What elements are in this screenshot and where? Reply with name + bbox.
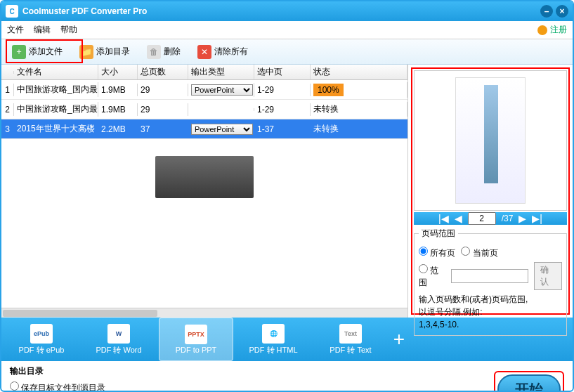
- register-link[interactable]: 注册: [537, 24, 567, 36]
- format-option[interactable]: PPTXPDF to PPT: [159, 318, 233, 361]
- first-page-button[interactable]: |◀: [438, 213, 449, 224]
- cell-name: 中国旅游攻略_国内最: [14, 82, 98, 97]
- format-icon: ePub: [30, 324, 53, 344]
- add-file-icon: ＋: [12, 45, 26, 59]
- range-input[interactable]: [451, 269, 528, 283]
- folder-icon: 📁: [79, 45, 93, 59]
- th-selected[interactable]: 选中页: [254, 65, 311, 79]
- cell-status: 100%: [311, 82, 407, 98]
- format-option[interactable]: WPDF 转 Word: [81, 318, 156, 361]
- clear-all-label: 清除所有: [214, 46, 248, 58]
- cell-pages: 37: [138, 123, 188, 136]
- start-button[interactable]: 开始: [497, 374, 561, 392]
- output-type-select[interactable]: PowerPoint: [191, 124, 253, 135]
- th-status[interactable]: 状态: [311, 65, 407, 79]
- cell-status: 未转换: [311, 122, 407, 136]
- main-area: 文件名 大小 总页数 输出类型 选中页 状态 1中国旅游攻略_国内最1.9MB2…: [1, 65, 573, 318]
- cell-type: [188, 108, 254, 111]
- cell-selected: 1-29: [254, 84, 311, 96]
- output-type-select[interactable]: PowerPoint: [191, 84, 253, 96]
- delete-button[interactable]: 🗑 删除: [141, 41, 187, 63]
- radio-current-page[interactable]: 当前页: [461, 247, 497, 259]
- prev-page-button[interactable]: ◀: [455, 213, 462, 224]
- cell-type: PowerPoint: [188, 122, 254, 136]
- output-settings: 输出目录 保存目标文件到源目录 自定义 浏览 打开: [10, 365, 494, 392]
- bottom-panel: 输出目录 保存目标文件到源目录 自定义 浏览 打开 开始: [1, 361, 573, 392]
- cell-type: PowerPoint: [188, 83, 254, 97]
- add-file-button[interactable]: ＋ 添加文件: [6, 41, 69, 63]
- page-number-input[interactable]: [468, 212, 496, 225]
- format-icon: PPTX: [185, 325, 207, 344]
- preview-image: [455, 77, 526, 204]
- add-folder-label: 添加目录: [96, 46, 130, 58]
- horizontal-scrollbar[interactable]: [1, 308, 407, 318]
- format-option[interactable]: TextPDF 转 Text: [313, 318, 388, 361]
- cell-name: 2015年世界十大高楼: [14, 122, 98, 136]
- add-folder-button[interactable]: 📁 添加目录: [73, 41, 136, 63]
- cell-size: 1.9MB: [98, 84, 138, 96]
- radio-all-pages[interactable]: 所有页: [419, 247, 455, 259]
- th-name[interactable]: 文件名: [14, 65, 98, 79]
- table-row[interactable]: 32015年世界十大高楼2.2MB37PowerPoint1-37未转换: [1, 119, 407, 139]
- radio-save-source[interactable]: 保存目标文件到源目录: [10, 381, 105, 392]
- confirm-button[interactable]: 确认: [534, 262, 562, 290]
- pager: |◀ ◀ /37 ▶ ▶|: [414, 212, 567, 225]
- waveform-thumbnail: [155, 156, 254, 198]
- format-label: PDF 转 Word: [96, 345, 141, 355]
- cell-name: 中国旅游攻略_国内最: [14, 102, 98, 117]
- minimize-button[interactable]: –: [540, 5, 553, 18]
- cell-size: 1.9MB: [98, 103, 138, 116]
- radio-range[interactable]: 范围: [419, 264, 445, 289]
- delete-label: 删除: [164, 46, 181, 58]
- th-type[interactable]: 输出类型: [188, 65, 254, 79]
- app-logo-icon: C: [6, 5, 18, 18]
- add-file-label: 添加文件: [29, 46, 63, 58]
- table-row[interactable]: 1中国旅游攻略_国内最1.9MB29PowerPoint1-29100%: [1, 80, 407, 100]
- register-icon: [537, 25, 547, 35]
- highlight-box-start: 开始: [494, 371, 564, 392]
- cell-pages: 29: [138, 84, 188, 96]
- last-page-button[interactable]: ▶|: [532, 213, 542, 224]
- format-label: PDF 转 ePub: [19, 345, 65, 355]
- add-format-button[interactable]: +: [391, 318, 407, 361]
- table-body: 1中国旅游攻略_国内最1.9MB29PowerPoint1-29100%2中国旅…: [1, 80, 407, 139]
- clear-icon: ✕: [197, 45, 211, 59]
- th-size[interactable]: 大小: [98, 65, 138, 79]
- page-range-legend: 页码范围: [419, 228, 458, 240]
- window-title: Coolmuster PDF Converter Pro: [22, 6, 537, 16]
- range-hint: 输入页码数和(或者)页码范围, 以逗号分隔,例如: 1,3,4,5-10.: [419, 293, 562, 331]
- table-header: 文件名 大小 总页数 输出类型 选中页 状态: [1, 65, 407, 80]
- start-area: 开始: [494, 365, 564, 392]
- close-button[interactable]: ×: [556, 5, 568, 18]
- format-icon: Text: [339, 324, 362, 344]
- th-index: [1, 71, 14, 74]
- output-title: 输出目录: [10, 365, 494, 377]
- trash-icon: 🗑: [147, 45, 161, 59]
- cell-index: 1: [1, 84, 14, 96]
- format-label: PDF 转 HTML: [249, 345, 297, 355]
- th-pages[interactable]: 总页数: [138, 65, 188, 79]
- register-label: 注册: [550, 24, 567, 36]
- status-badge: 100%: [313, 84, 344, 96]
- format-icon: 🌐: [262, 324, 285, 344]
- menu-file[interactable]: 文件: [7, 24, 24, 36]
- cell-selected: 1-29: [254, 103, 311, 116]
- next-page-button[interactable]: ▶: [518, 213, 526, 224]
- highlight-box-right: |◀ ◀ /37 ▶ ▶| 页码范围 所有页 当前页 范围 确认: [411, 67, 570, 315]
- format-icon: W: [107, 324, 130, 344]
- format-label: PDF 转 Text: [330, 345, 371, 355]
- titlebar: C Coolmuster PDF Converter Pro – ×: [1, 1, 573, 21]
- toolbar: ＋ 添加文件 📁 添加目录 🗑 删除 ✕ 清除所有: [1, 39, 573, 65]
- page-total: /37: [502, 214, 514, 223]
- table-row[interactable]: 2中国旅游攻略_国内最1.9MB291-29未转换: [1, 100, 407, 119]
- menu-help[interactable]: 帮助: [60, 24, 77, 36]
- format-option[interactable]: ePubPDF 转 ePub: [4, 318, 79, 361]
- cell-selected: 1-37: [254, 123, 311, 136]
- preview-panel: |◀ ◀ /37 ▶ ▶| 页码范围 所有页 当前页 范围 确认: [408, 65, 573, 318]
- format-label: PDF to PPT: [176, 346, 217, 354]
- clear-all-button[interactable]: ✕ 清除所有: [191, 41, 254, 63]
- page-range-group: 页码范围 所有页 当前页 范围 确认 输入页码数和(或者)页码范围, 以逗号分隔…: [414, 228, 567, 336]
- cell-status: 未转换: [311, 102, 407, 117]
- format-option[interactable]: 🌐PDF 转 HTML: [236, 318, 311, 361]
- menu-edit[interactable]: 编辑: [34, 24, 51, 36]
